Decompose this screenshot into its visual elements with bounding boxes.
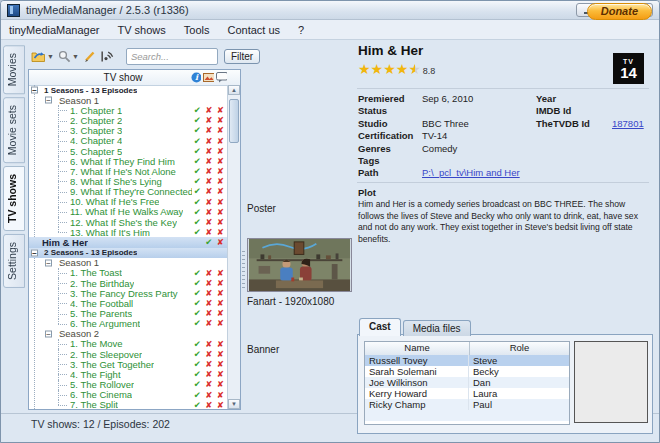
path-link[interactable]: P:\_pcl_tv\Him and Her (422, 167, 520, 178)
rename-scrape-button[interactable] (100, 50, 114, 63)
missing-x-icon (203, 137, 215, 146)
missing-x-icon (215, 167, 227, 176)
menu-item[interactable]: ? (298, 24, 304, 36)
title-bar[interactable]: tinyMediaManager / 2.5.3 (r1336) ✕ (1, 1, 659, 20)
tree-row[interactable]: 9. What If They're Connected (29, 187, 228, 197)
imdb-value (612, 105, 651, 117)
check-icon (192, 228, 204, 237)
tree-row-status-icons (192, 340, 227, 349)
folder-update-icon (31, 50, 46, 62)
tree-row[interactable]: 1 Seasons - 13 Episodes (29, 85, 228, 95)
tree-row[interactable]: 5. The Parents (29, 308, 228, 318)
missing-x-icon (203, 228, 215, 237)
tree-header[interactable]: TV show i (29, 70, 240, 86)
tree-row-status-icons (192, 269, 227, 278)
cast-table-header[interactable]: Name Role (365, 342, 569, 356)
tree-row[interactable]: 2. The Sleepover (29, 349, 228, 359)
tvdb-id-link[interactable]: 187801 (612, 118, 644, 129)
tree-row-status-icons (192, 218, 227, 227)
update-datasource-button[interactable]: ▼ (31, 50, 54, 62)
tree-row[interactable]: 1. The Toast (29, 268, 228, 278)
tree-row[interactable]: 3. The Get Together (29, 359, 228, 369)
tree-row[interactable]: 6. The Cinema (29, 390, 228, 400)
cast-row[interactable]: Joe Wilkinson Dan (365, 377, 569, 388)
tree-row[interactable]: 5. Chapter 5 (29, 146, 228, 156)
tree-row[interactable]: 2 Seasons - 13 Episodes (29, 248, 228, 258)
scroll-up-arrow[interactable]: ▲ (228, 85, 240, 95)
menu-item[interactable]: tinyMediaManager (9, 24, 100, 36)
module-tab[interactable]: TV shows (3, 166, 25, 231)
missing-x-icon (203, 106, 215, 115)
tree-row[interactable]: 5. The Rollover (29, 380, 228, 390)
actor-role: Dan (469, 377, 569, 388)
module-tab[interactable]: Movies (3, 45, 25, 94)
check-icon (192, 106, 204, 115)
tree-row[interactable]: 4. The Football (29, 298, 228, 308)
tree-row[interactable]: Season 1 (29, 258, 228, 268)
tree-row[interactable]: 2. The Birthday (29, 278, 228, 288)
scroll-down-arrow[interactable]: ▼ (228, 399, 240, 409)
tree-row-status-icons (192, 228, 227, 237)
rating-row: ★★★★★ 8.8 (358, 62, 435, 76)
check-icon (192, 309, 204, 318)
tree-row[interactable]: 10. What If He's Free (29, 197, 228, 207)
missing-x-icon (215, 198, 227, 207)
cast-row[interactable]: Russell Tovey Steve (365, 355, 569, 366)
menu-item[interactable]: TV shows (118, 24, 166, 36)
filter-button[interactable]: Filter (224, 49, 260, 64)
missing-x-icon (203, 167, 215, 176)
tree-row[interactable]: 1. Chapter 1 (29, 105, 228, 115)
tree-row[interactable]: 7. What If He's Not Alone (29, 166, 228, 176)
cast-row[interactable]: Ricky Champ Paul (365, 399, 569, 410)
splitter-handle[interactable] (242, 251, 245, 291)
tree-row[interactable]: 3. The Fancy Dress Party (29, 288, 228, 298)
tree-row-status-icons (192, 208, 227, 217)
tree-row[interactable]: 6. What If They Find Him (29, 156, 228, 166)
actor-role: Becky (469, 366, 569, 377)
tree-row[interactable]: 12. What If She's the Key (29, 217, 228, 227)
tree-row[interactable]: 8. What If She's Lying (29, 176, 228, 186)
module-tab[interactable]: Settings (3, 234, 25, 288)
tree-row[interactable]: Him & Her (29, 237, 228, 247)
menu-bar: tinyMediaManager TV shows Tools Contact … (1, 20, 659, 40)
menu-item[interactable]: Tools (184, 24, 210, 36)
cast-row[interactable]: Kerry Howard Laura (365, 388, 569, 399)
tree-row-label: Him & Her (42, 237, 88, 248)
tree-row[interactable]: 7. The Split (29, 400, 228, 409)
detail-tab[interactable]: Cast (359, 318, 401, 336)
tree-row[interactable]: 2. Chapter 2 (29, 115, 228, 125)
cast-row[interactable]: Sarah Solemani Becky (365, 366, 569, 377)
fanart-image[interactable] (247, 238, 352, 292)
tree-row[interactable]: 4. Chapter 4 (29, 136, 228, 146)
tree-row[interactable]: 3. Chapter 3 (29, 126, 228, 136)
tree-row[interactable]: 1. The Move (29, 339, 228, 349)
missing-x-icon (215, 350, 227, 359)
role-column-header[interactable]: Role (470, 342, 569, 355)
missing-x-icon (203, 289, 215, 298)
missing-x-icon (203, 157, 215, 166)
tree-row[interactable]: 13. What If It's Him (29, 227, 228, 237)
tree-row[interactable]: 6. The Argument (29, 319, 228, 329)
search-scrape-button[interactable]: ▼ (58, 50, 79, 63)
tree-row[interactable]: 11. What If He Walks Away (29, 207, 228, 217)
module-tab[interactable]: Movie sets (3, 97, 25, 163)
missing-x-icon (203, 116, 215, 125)
tree-scrollbar[interactable]: ▲ ▼ (227, 85, 240, 409)
tree-row[interactable]: 4. The Fight (29, 369, 228, 379)
year-value (612, 93, 651, 105)
scrollbar-thumb[interactable] (229, 99, 239, 143)
edit-button[interactable] (83, 50, 96, 63)
search-input[interactable] (126, 48, 218, 65)
donate-button[interactable]: Donate (587, 3, 652, 20)
tree-row[interactable]: Season 1 (29, 95, 228, 105)
tree-row-label: 1 Seasons - 13 Episodes (44, 86, 137, 95)
detail-tab[interactable]: Media files (403, 320, 471, 336)
rating-value: 8.8 (423, 66, 436, 76)
menu-item[interactable]: Contact us (227, 24, 280, 36)
name-column-header[interactable]: Name (365, 342, 470, 355)
premiered-value: Sep 6, 2010 (422, 93, 536, 105)
check-icon (192, 137, 204, 146)
imdb-label: IMDB Id (536, 105, 612, 117)
missing-x-icon (215, 137, 227, 146)
tree-row[interactable]: Season 2 (29, 329, 228, 339)
